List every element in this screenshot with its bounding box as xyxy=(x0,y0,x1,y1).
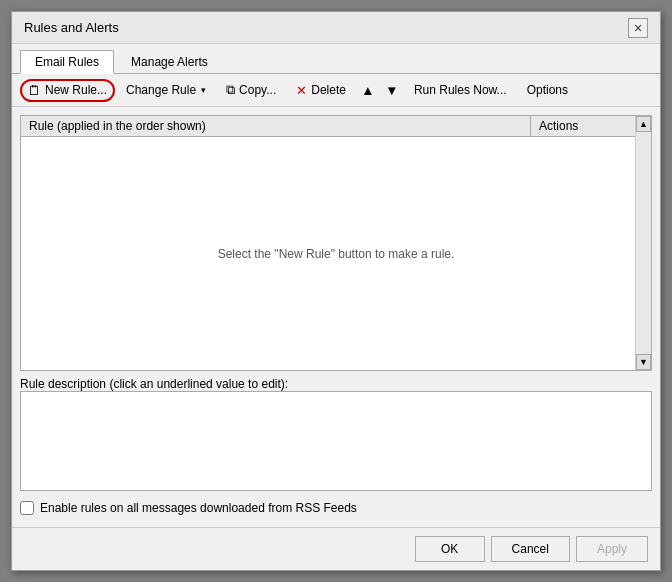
copy-label: Copy... xyxy=(239,83,276,97)
content-area: Rule (applied in the order shown) Action… xyxy=(12,107,660,527)
move-down-icon: ▼ xyxy=(385,83,398,98)
rss-row: Enable rules on all messages downloaded … xyxy=(20,497,652,519)
options-label: Options xyxy=(527,83,568,97)
delete-label: Delete xyxy=(311,83,346,97)
cancel-button[interactable]: Cancel xyxy=(491,536,570,562)
rule-description-section: Rule description (click an underlined va… xyxy=(20,377,652,491)
close-button[interactable]: × xyxy=(628,18,648,38)
rss-label: Enable rules on all messages downloaded … xyxy=(40,501,357,515)
rules-list-body: Select the "New Rule" button to make a r… xyxy=(21,137,651,370)
scrollbar-track xyxy=(636,132,651,354)
delete-button[interactable]: ✕ Delete xyxy=(287,79,355,102)
change-rule-dropdown-icon: ▾ xyxy=(201,85,206,95)
new-rule-icon: 🗒 xyxy=(28,83,41,98)
delete-icon: ✕ xyxy=(296,83,307,98)
rule-description-box xyxy=(20,391,652,491)
col-actions-header: Actions xyxy=(531,116,651,136)
move-up-icon: ▲ xyxy=(361,83,374,98)
toolbar: 🗒 New Rule... Change Rule ▾ ⧉ Copy... ✕ … xyxy=(12,74,660,107)
new-rule-button[interactable]: 🗒 New Rule... xyxy=(20,79,115,102)
options-button[interactable]: Options xyxy=(518,79,577,101)
copy-button[interactable]: ⧉ Copy... xyxy=(217,78,285,102)
rules-list-header: Rule (applied in the order shown) Action… xyxy=(21,116,651,137)
rules-list: Rule (applied in the order shown) Action… xyxy=(20,115,652,371)
col-rule-header: Rule (applied in the order shown) xyxy=(21,116,531,136)
copy-icon: ⧉ xyxy=(226,82,235,98)
rss-checkbox[interactable] xyxy=(20,501,34,515)
rule-description-label: Rule description (click an underlined va… xyxy=(20,377,652,391)
run-rules-button[interactable]: Run Rules Now... xyxy=(405,79,516,101)
tab-email-rules[interactable]: Email Rules xyxy=(20,50,114,74)
tab-manage-alerts[interactable]: Manage Alerts xyxy=(116,50,223,73)
change-rule-label: Change Rule xyxy=(126,83,196,97)
move-down-button[interactable]: ▼ xyxy=(381,79,403,101)
title-bar: Rules and Alerts × xyxy=(12,12,660,44)
ok-button[interactable]: OK xyxy=(415,536,485,562)
apply-button[interactable]: Apply xyxy=(576,536,648,562)
empty-rules-text: Select the "New Rule" button to make a r… xyxy=(218,247,455,261)
rules-and-alerts-dialog: Rules and Alerts × Email Rules Manage Al… xyxy=(11,11,661,571)
tab-bar: Email Rules Manage Alerts xyxy=(12,44,660,74)
scrollbar: ▲ ▼ xyxy=(635,116,651,370)
scrollbar-down-button[interactable]: ▼ xyxy=(636,354,651,370)
bottom-buttons: OK Cancel Apply xyxy=(12,527,660,570)
scrollbar-up-button[interactable]: ▲ xyxy=(636,116,651,132)
change-rule-button[interactable]: Change Rule ▾ xyxy=(117,79,215,101)
dialog-title: Rules and Alerts xyxy=(24,20,119,35)
run-rules-label: Run Rules Now... xyxy=(414,83,507,97)
new-rule-label: New Rule... xyxy=(45,83,107,97)
move-up-button[interactable]: ▲ xyxy=(357,79,379,101)
